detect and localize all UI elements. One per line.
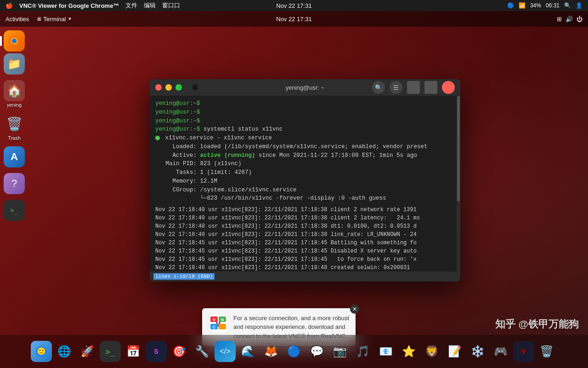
power-icon[interactable]: ⏻ xyxy=(577,16,582,23)
ubuntu-panel-right: ⊞ 🔊 ⏻ xyxy=(557,16,582,23)
desktop-icon-trash[interactable]: 🗑️ Trash xyxy=(4,113,25,141)
menubar-date: Nov 22 17:31 xyxy=(276,2,311,9)
menu-action-btn[interactable]: ☰ xyxy=(390,81,402,94)
close-button[interactable]: ✕ xyxy=(155,84,162,91)
dock-bottom-3[interactable]: 🚀 xyxy=(77,341,98,362)
dock-bottom-trash[interactable]: 🗑️ xyxy=(536,341,557,362)
term-log-3: Nov 22 17:18:40 usr x11vnc[823]: 22/11/2… xyxy=(155,222,455,230)
term-loaded: Loaded: loaded (/lib/systemd/system/x11v… xyxy=(155,143,455,151)
clock: 06:31 xyxy=(546,2,560,9)
svg-text:N: N xyxy=(221,317,224,322)
term-memory: Memory: 12.1M xyxy=(155,177,455,186)
search-icon[interactable]: 🔍 xyxy=(564,2,571,9)
dock-bottom-6[interactable]: 🎯 xyxy=(169,341,190,362)
dock-bottom-21[interactable]: 🎮 xyxy=(490,341,511,362)
term-line-3: yening@usr:~$ xyxy=(155,117,455,126)
menubar-left: 🍎 VNC® Viewer for Google Chrome™ 文件 编辑 窗… xyxy=(6,1,180,10)
terminal-scrollbar[interactable] xyxy=(457,96,460,271)
bluetooth-icon[interactable]: 🔵 xyxy=(507,2,514,9)
dock-bottom-16[interactable]: 📧 xyxy=(375,341,396,362)
wifi-icon[interactable]: 📶 xyxy=(519,2,526,9)
term-line-4: yening@usr:~$ systemctl status x11vnc xyxy=(155,125,455,134)
bottom-dock: 🙂 🌐 🚀 >_ 📅 S 🎯 🔧 </> 🌊 🦊 🔵 💬 📷 🎵 📧 ⭐ 🦁 📝… xyxy=(0,335,588,368)
dock-bottom-chrome[interactable]: 🔵 xyxy=(283,341,305,362)
dock-bottom-20[interactable]: ❄️ xyxy=(467,341,488,362)
terminal-status-bar: lines 1-19/19 (END) xyxy=(150,271,460,282)
term-cgroup-cmd: └─823 /usr/bin/x11vnc -forever -display … xyxy=(155,194,455,203)
term-active: Active: active (running) since Mon 2021-… xyxy=(155,151,455,160)
term-pid: Main PID: 823 (x11vnc) xyxy=(155,160,455,168)
user-icon[interactable]: 👤 xyxy=(576,2,582,9)
term-tasks: Tasks: 1 (limit: 4267) xyxy=(155,168,455,177)
dock-appstore[interactable]: A xyxy=(4,146,25,167)
svg-rect-9 xyxy=(219,324,226,329)
dock-bottom-vnc[interactable]: V xyxy=(513,341,534,362)
vnc-popup-close[interactable]: ✕ xyxy=(350,305,359,314)
terminal-title: yening@usr: ~ xyxy=(286,84,324,91)
dock-finder[interactable]: 🙂 xyxy=(31,341,52,362)
titlebar-close[interactable]: ✕ xyxy=(442,81,455,94)
minimize-button[interactable]: − xyxy=(165,84,172,91)
ubuntu-panel: Activities 🖥 Terminal ▼ Nov 22 17:31 ⊞ 🔊… xyxy=(0,11,588,27)
terminal-menu-label[interactable]: 🖥 Terminal ▼ xyxy=(36,16,72,23)
svg-text:V: V xyxy=(213,317,215,322)
dock-bottom-calendar[interactable]: 📅 xyxy=(123,341,144,362)
svg-point-2 xyxy=(12,39,17,43)
dock-files[interactable]: 📁 xyxy=(4,53,25,75)
dock-help[interactable]: ? xyxy=(4,173,25,194)
terminal-content[interactable]: yening@usr:~$ yening@usr:~$ yening@usr:~… xyxy=(150,96,460,282)
dock-bottom-firefox[interactable]: 🦊 xyxy=(260,341,282,362)
term-line-1: yening@usr:~$ xyxy=(155,99,455,108)
dock-bottom-7[interactable]: 🔧 xyxy=(192,341,213,362)
titlebar-min[interactable]: − xyxy=(407,81,420,94)
menubar: 🍎 VNC® Viewer for Google Chrome™ 文件 编辑 窗… xyxy=(0,0,588,11)
terminal-title-icon: 🖥 xyxy=(191,83,198,92)
term-log-6: Nov 22 17:18:45 usr x11vnc[823]: 22/11/2… xyxy=(155,247,455,255)
dock-firefox[interactable] xyxy=(4,30,25,52)
desktop: Activities 🖥 Terminal ▼ Nov 22 17:31 ⊞ 🔊… xyxy=(0,11,588,368)
left-dock: 📁 🏠 yening 🗑️ Trash A ? >_ xyxy=(0,27,28,368)
service-dot xyxy=(155,136,160,140)
term-cgroup: CGroup: /system.slice/x11vnc.service xyxy=(155,186,455,195)
term-log-4: Nov 22 17:18:40 usr x11vnc[823]: 22/11/2… xyxy=(155,230,455,239)
apple-menu[interactable]: 🍎 xyxy=(6,2,13,9)
dock-bottom-17[interactable]: ⭐ xyxy=(398,341,419,362)
app-name[interactable]: VNC® Viewer for Google Chrome™ xyxy=(19,2,119,9)
term-log-7: Nov 22 17:18:45 usr x11vnc[823]: 22/11/2… xyxy=(155,255,455,264)
term-log-8: Nov 22 17:18:48 usr x11vnc[823]: 22/11/2… xyxy=(155,264,455,272)
menu-file[interactable]: 文件 xyxy=(125,1,137,10)
terminal-window: ✕ − + 🖥 yening@usr: ~ 🔍 ☰ − □ ✕ yening@u… xyxy=(150,79,460,282)
titlebar-max[interactable]: □ xyxy=(424,81,437,94)
menubar-right: 🔵 📶 34% 06:31 🔍 👤 xyxy=(507,2,582,9)
watermark: 知乎 @铁甲万能狗 xyxy=(495,317,579,331)
dock-bottom-terminal[interactable]: >_ xyxy=(100,341,121,362)
status-bar-highlight: lines 1-19/19 (END) xyxy=(153,273,215,280)
dock-terminal[interactable]: >_ xyxy=(4,200,25,221)
network-icon[interactable]: ⊞ xyxy=(557,16,562,23)
titlebar-actions: 🔍 ☰ − □ ✕ xyxy=(372,81,455,94)
term-log-5: Nov 22 17:18:45 usr x11vnc[823]: 22/11/2… xyxy=(155,239,455,247)
dock-bottom-15[interactable]: 🎵 xyxy=(352,341,373,362)
desktop-icon-yening[interactable]: 🏠 yening xyxy=(4,80,25,108)
search-action-btn[interactable]: 🔍 xyxy=(372,81,385,94)
volume-icon[interactable]: 🔊 xyxy=(565,16,573,23)
dock-bottom-2[interactable]: 🌐 xyxy=(54,341,75,362)
dock-bottom-vscode[interactable]: </> xyxy=(215,341,236,362)
menu-window[interactable]: 窗口口 xyxy=(162,1,180,10)
dock-bottom-14[interactable]: 📷 xyxy=(329,341,351,362)
terminal-titlebar: ✕ − + 🖥 yening@usr: ~ 🔍 ☰ − □ ✕ xyxy=(150,79,460,96)
dock-bottom-notes[interactable]: 📝 xyxy=(444,341,465,362)
svg-text:C: C xyxy=(213,325,216,329)
battery-text: 34% xyxy=(530,2,541,9)
maximize-button[interactable]: + xyxy=(175,84,182,91)
term-line-2: yening@usr:~$ xyxy=(155,108,455,117)
dock-bottom-18[interactable]: 🦁 xyxy=(421,341,442,362)
scrollbar-thumb[interactable] xyxy=(457,96,460,201)
activities-button[interactable]: Activities xyxy=(6,16,29,23)
terminal-icon-small: 🖥 xyxy=(36,16,41,22)
dock-bottom-chat[interactable]: 💬 xyxy=(306,341,328,362)
dock-bottom-edge[interactable]: 🌊 xyxy=(237,341,259,362)
dock-bottom-s[interactable]: S xyxy=(146,341,167,362)
menu-edit[interactable]: 编辑 xyxy=(144,1,156,10)
chevron-down-icon: ▼ xyxy=(68,17,72,21)
